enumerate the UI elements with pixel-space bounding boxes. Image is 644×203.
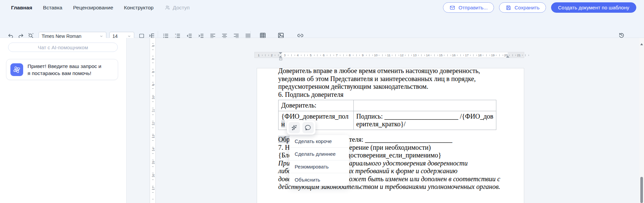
selected-text: Обр <box>278 136 290 143</box>
tab-dostup-label: Доступ <box>173 5 190 11</box>
save-icon <box>505 5 511 11</box>
menu-item-make-shorter[interactable]: Сделать короче <box>289 135 349 148</box>
chevron-down-icon <box>127 34 131 38</box>
create-from-template-button[interactable]: Создать документ по шаблону <box>551 2 636 13</box>
vertical-scrollbar[interactable] <box>639 38 644 203</box>
doc-line: уведомив об этом Представителя и заинтер… <box>278 75 500 83</box>
ai-assistant-logo: AI <box>10 63 23 76</box>
create-button-label: Создать документ по шаблону <box>558 5 629 10</box>
doc-line: Подпись: ______________________ /{ФИО_до… <box>356 113 493 121</box>
doc-line: предусмотренном действующим законодатель… <box>278 83 500 91</box>
svg-text:1: 1 <box>175 33 176 35</box>
history-icon <box>618 32 625 39</box>
horizontal-ruler[interactable]: 123456789101112131415161718192021 <box>254 52 524 58</box>
greeting-line-1: Привет! Введите ваш запрос и <box>28 63 101 70</box>
doc-line: 6. Подпись доверителя <box>278 91 500 99</box>
send-button[interactable]: Отправить... <box>443 2 494 13</box>
floating-mini-toolbar <box>287 121 315 135</box>
sparkle-icon <box>291 124 298 131</box>
table-cell[interactable] <box>353 100 496 111</box>
scrollbar-thumb[interactable] <box>640 177 643 203</box>
tab-konstruktor[interactable]: Конструктор <box>124 5 153 11</box>
table-row: Доверитель: <box>279 100 496 111</box>
save-button[interactable]: Сохранить <box>499 2 546 13</box>
add-comment-button[interactable] <box>302 122 314 133</box>
atom-icon: AI <box>12 65 21 74</box>
top-menu-bar: Главная Вставка Рецензирование Конструкт… <box>0 0 644 15</box>
person-icon <box>164 5 170 11</box>
document-canvas: 67891011121314151617 1234567891011121314… <box>127 38 644 203</box>
vertical-ruler[interactable]: 67891011121314151617 <box>150 38 156 203</box>
doc-line: {ФИО_доверителя_пол <box>281 113 351 121</box>
ai-greeting-card: AI Привет! Введите ваш запрос и я постар… <box>6 59 118 80</box>
selected-text: н <box>281 120 285 128</box>
table-cell[interactable]: Доверитель: <box>279 100 354 111</box>
send-button-label: Отправить... <box>458 5 488 10</box>
ai-actions-button[interactable] <box>289 122 300 133</box>
ai-context-menu: Сделать короче Сделать длиннее Резюмиров… <box>289 135 349 186</box>
scroll-up-arrow[interactable] <box>640 43 643 45</box>
svg-text:AI: AI <box>15 68 18 71</box>
ai-greeting-text: Привет! Введите ваш запрос и я постараюс… <box>28 63 101 77</box>
greeting-line-2: я постараюсь вам помочь! <box>28 70 101 77</box>
tab-dostup[interactable]: Доступ <box>164 5 190 11</box>
chevron-down-icon <box>99 34 103 38</box>
menu-tabs: Главная Вставка Рецензирование Конструкт… <box>0 5 190 11</box>
table-cell[interactable]: Подпись: ______________________ /{ФИО_до… <box>353 111 496 130</box>
ai-sidebar: Чат с AI-помощником AI Привет! Введите в… <box>0 38 127 203</box>
tab-recenzirovanie[interactable]: Рецензирование <box>73 5 113 11</box>
menu-item-make-longer[interactable]: Сделать длиннее <box>289 148 349 160</box>
tab-vstavka[interactable]: Вставка <box>43 5 62 11</box>
menu-item-explain[interactable]: Объяснить <box>289 173 349 186</box>
save-button-label: Сохранить <box>514 5 540 10</box>
doc-line: ерителя_кратко}/ <box>356 120 493 128</box>
mail-icon <box>449 5 455 11</box>
doc-line: Доверитель вправе в любое время отменить… <box>278 67 500 75</box>
toolbar: A Times New Roman 14 B I U X₂ x² A A↓ A↑… <box>0 15 644 38</box>
comment-icon <box>304 124 312 131</box>
ai-chat-input[interactable]: Чат с AI-помощником <box>8 43 118 52</box>
tab-glavnaya[interactable]: Главная <box>11 5 32 11</box>
menu-item-summarize[interactable]: Резюмировать <box>289 160 349 173</box>
